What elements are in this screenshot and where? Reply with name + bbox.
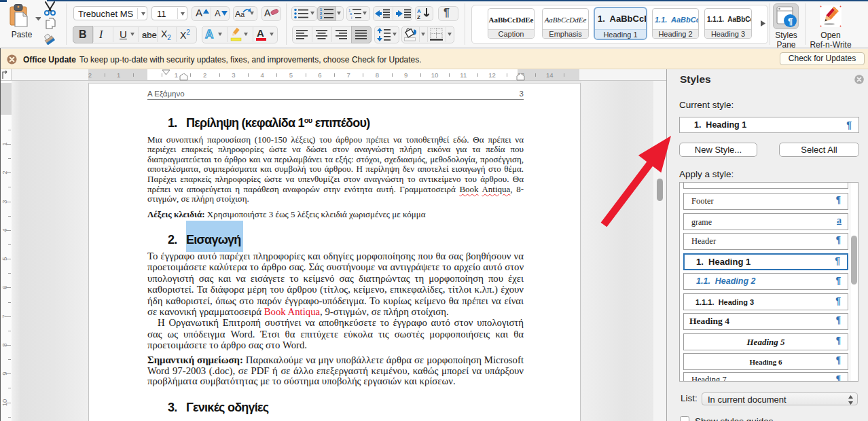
svg-text:Z: Z bbox=[417, 14, 420, 20]
svg-text:¶: ¶ bbox=[788, 16, 793, 26]
svg-text:i: i bbox=[351, 16, 352, 20]
svg-text:3: 3 bbox=[320, 16, 322, 20]
svg-text:A: A bbox=[417, 8, 421, 14]
